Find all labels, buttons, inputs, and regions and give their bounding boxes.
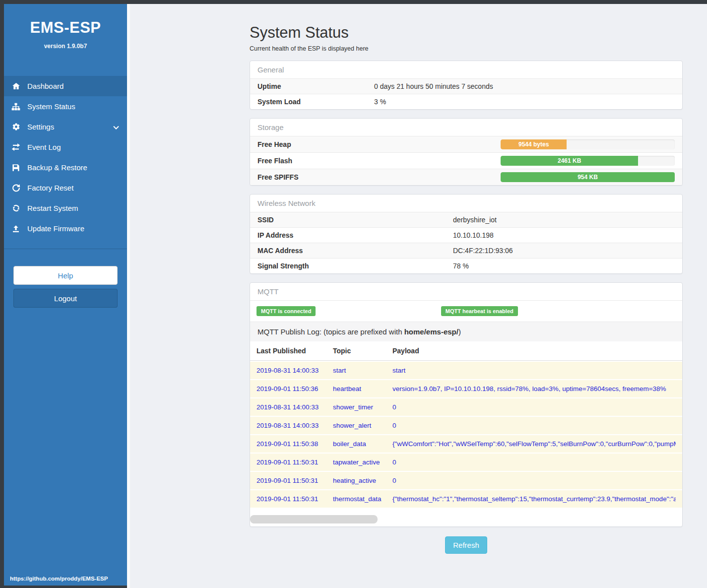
free-spiffs-value: 954 KB <box>578 174 598 181</box>
log-payload: 0 <box>392 477 676 484</box>
rotate-right-icon <box>11 184 21 193</box>
sidebar-item-dashboard[interactable]: Dashboard <box>4 76 127 96</box>
sidebar-item-update-firmware[interactable]: Update Firmware <box>4 218 127 239</box>
brand: EMS-ESP version 1.9.0b7 <box>4 4 127 50</box>
mqtt-panel-title: MQTT <box>250 283 682 300</box>
home-icon <box>11 82 21 91</box>
log-payload: 0 <box>392 422 676 429</box>
scrollbar-thumb[interactable] <box>250 515 378 523</box>
free-flash-label: Free Flash <box>257 157 501 165</box>
publish-log-topic-prefix: home/ems-esp/ <box>404 327 458 336</box>
logout-button[interactable]: Logout <box>13 289 118 308</box>
free-spiffs-progressbar: 954 KB <box>501 172 675 182</box>
free-spiffs-label: Free SPIFFS <box>257 173 501 181</box>
log-date: 2019-08-31 14:00:33 <box>257 403 333 411</box>
storage-panel-title: Storage <box>250 119 682 136</box>
log-date: 2019-08-31 14:00:33 <box>257 422 333 429</box>
sitemap-icon <box>11 102 21 111</box>
signal-strength-value: 78 % <box>453 262 469 270</box>
table-row: 2019-09-01 11:50:31 heating_active 0 <box>250 472 682 489</box>
window-frame-bottom <box>0 586 127 588</box>
sidebar-item-backup-restore[interactable]: Backup & Restore <box>4 157 127 178</box>
sidebar: EMS-ESP version 1.9.0b7 Dashboard System… <box>4 4 127 586</box>
ssid-value: derbyshire_iot <box>453 216 497 224</box>
mac-address-value: DC:4F:22:1D:93:06 <box>453 247 513 255</box>
sidebar-item-label: Event Log <box>27 143 61 151</box>
system-load-value: 3 % <box>374 98 386 106</box>
sidebar-item-label: System Status <box>27 102 75 111</box>
table-row: 2019-09-01 11:50:31 thermostat_data {"th… <box>250 490 682 508</box>
window-frame-left <box>0 0 4 588</box>
mqtt-heartbeat-cell: MQTT hearbeat is enabled <box>441 306 626 316</box>
log-topic: tapwater_active <box>333 458 392 466</box>
content: System Status Current health of the ESP … <box>250 24 683 569</box>
sidebar-item-restart-system[interactable]: Restart System <box>4 198 127 218</box>
log-payload: 0 <box>392 458 676 466</box>
free-spiffs-bar-fill: 954 KB <box>501 172 675 182</box>
uptime-value: 0 days 21 hours 50 minutes 7 seconds <box>374 82 493 90</box>
github-link[interactable]: https://github.com/proddy/EMS-ESP <box>10 576 108 582</box>
window-frame-top <box>0 0 707 4</box>
mqtt-badges-row: MQTT is connected MQTT hearbeat is enabl… <box>250 300 682 322</box>
save-icon <box>11 163 21 172</box>
mqtt-heartbeat-badge: MQTT hearbeat is enabled <box>441 306 518 316</box>
ems-esp-app: EMS-ESP version 1.9.0b7 Dashboard System… <box>0 0 707 588</box>
log-topic: boiler_data <box>333 440 392 448</box>
refresh-button[interactable]: Refresh <box>445 536 487 554</box>
ip-address-label: IP Address <box>257 231 453 239</box>
chevron-down-icon <box>113 123 119 131</box>
horizontal-scrollbar[interactable] <box>250 515 682 523</box>
general-panel-title: General <box>250 61 682 78</box>
exchange-icon <box>11 143 21 152</box>
free-flash-value: 2461 KB <box>558 157 581 164</box>
sidebar-item-label: Update Firmware <box>27 224 84 233</box>
free-spiffs-row: Free SPIFFS 954 KB <box>250 169 682 185</box>
sidebar-item-event-log[interactable]: Event Log <box>4 137 127 157</box>
sidebar-item-system-status[interactable]: System Status <box>4 96 127 117</box>
log-topic: shower_alert <box>333 422 392 429</box>
log-payload: {"wWComfort":"Hot","wWSelTemp":60,"selFl… <box>392 440 676 448</box>
wireless-panel-title: Wireless Network <box>250 195 682 212</box>
ssid-row: SSID derbyshire_iot <box>250 212 682 227</box>
ip-address-row: IP Address 10.10.10.198 <box>250 227 682 243</box>
col-header-topic: Topic <box>333 347 392 355</box>
sidebar-item-settings[interactable]: Settings <box>4 117 127 137</box>
log-date: 2019-09-01 11:50:31 <box>257 495 333 503</box>
sidebar-item-label: Dashboard <box>27 82 64 90</box>
free-heap-value: 9544 bytes <box>518 141 549 148</box>
signal-strength-row: Signal Strength 78 % <box>250 258 682 273</box>
ssid-label: SSID <box>257 216 453 224</box>
col-header-payload: Payload <box>392 347 676 355</box>
refresh-icon <box>11 204 21 213</box>
mqtt-connected-cell: MQTT is connected <box>257 306 441 316</box>
log-payload: 0 <box>392 403 676 411</box>
free-heap-bar-fill: 9544 bytes <box>501 139 567 149</box>
log-date: 2019-09-01 11:50:31 <box>257 477 333 484</box>
sidebar-item-label: Backup & Restore <box>27 163 87 172</box>
uptime-row: Uptime 0 days 21 hours 50 minutes 7 seco… <box>250 78 682 94</box>
gear-icon <box>11 123 21 131</box>
storage-panel: Storage Free Heap 9544 bytes Free Flash … <box>250 118 683 186</box>
log-payload: version=1.9.0b7, IP=10.10.10.198, rssid=… <box>392 385 676 392</box>
publish-log-suffix: ) <box>458 327 461 336</box>
sidebar-item-label: Factory Reset <box>27 184 73 192</box>
free-flash-progressbar: 2461 KB <box>501 156 675 166</box>
log-payload: start <box>392 367 676 374</box>
sidebar-item-label: Restart System <box>27 204 78 212</box>
help-button[interactable]: Help <box>13 266 118 285</box>
log-topic: shower_timer <box>333 403 392 411</box>
sidebar-nav: Dashboard System Status Settings <box>4 76 127 239</box>
sidebar-item-factory-reset[interactable]: Factory Reset <box>4 178 127 198</box>
system-load-row: System Load 3 % <box>250 94 682 109</box>
table-row: 2019-09-01 11:50:36 heartbeat version=1.… <box>250 380 682 397</box>
col-header-last-published: Last Published <box>257 347 333 355</box>
mqtt-publish-log-header: MQTT Publish Log: (topics are prefixed w… <box>250 322 682 341</box>
log-topic: start <box>333 367 392 374</box>
free-flash-row: Free Flash 2461 KB <box>250 152 682 169</box>
ip-address-value: 10.10.10.198 <box>453 231 494 239</box>
wireless-panel: Wireless Network SSID derbyshire_iot IP … <box>250 194 683 274</box>
page-title: System Status <box>250 24 683 42</box>
free-heap-progressbar: 9544 bytes <box>501 139 675 149</box>
mqtt-panel: MQTT MQTT is connected MQTT hearbeat is … <box>250 282 683 527</box>
uptime-label: Uptime <box>257 82 374 90</box>
